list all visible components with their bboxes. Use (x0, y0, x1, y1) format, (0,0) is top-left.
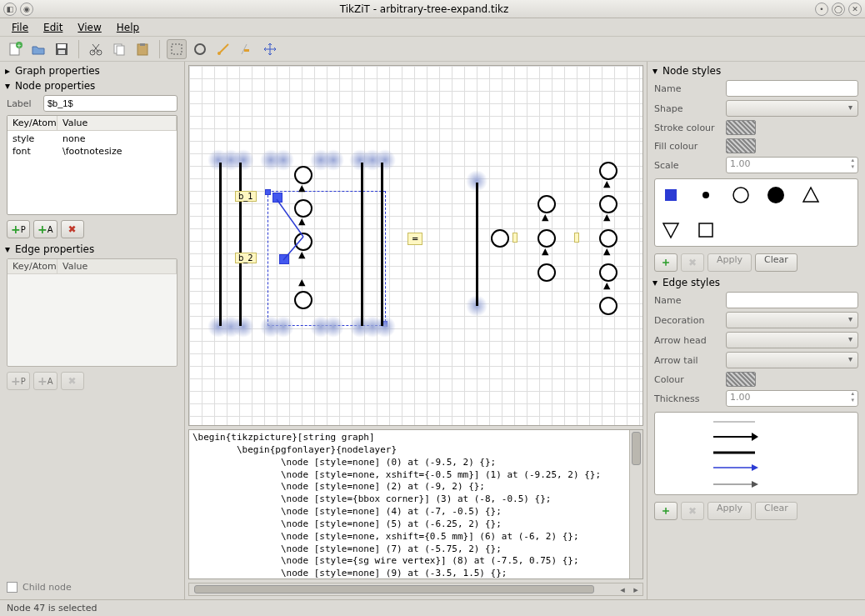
edge-wire[interactable] (361, 163, 363, 326)
new-doc-button[interactable]: + (5, 39, 25, 59)
edge-style-palette[interactable] (654, 412, 858, 495)
ns-clear-button[interactable]: Clear (755, 253, 798, 272)
es-arrowhead-combo[interactable] (726, 332, 858, 348)
ns-stroke-swatch[interactable] (726, 120, 756, 135)
node-vertex[interactable] (294, 291, 312, 309)
canvas-hscrollbar[interactable]: ◂ ▸ (188, 583, 643, 596)
node-vertex[interactable] (491, 229, 509, 248)
node-fuzzy[interactable] (322, 149, 344, 171)
copy-button[interactable] (109, 39, 129, 59)
shape-circle-icon[interactable] (732, 186, 750, 204)
paste-button[interactable] (132, 39, 152, 59)
edge-props-table[interactable]: Key/Atom Value (7, 258, 178, 367)
menu-edit[interactable]: Edit (37, 20, 69, 35)
node-fuzzy[interactable] (322, 316, 344, 338)
shape-filled-dot-icon[interactable] (697, 186, 715, 204)
graph-properties-header[interactable]: ▸ Graph properties (2, 63, 182, 78)
node-tool-button[interactable] (190, 39, 210, 59)
cut-button[interactable] (86, 39, 106, 59)
close-icon[interactable]: ✕ (848, 3, 862, 16)
small-label[interactable] (574, 233, 579, 243)
edge-wire[interactable] (381, 163, 383, 326)
node-fuzzy[interactable] (374, 316, 396, 338)
node-vertex[interactable] (538, 195, 556, 213)
edge-style-plain-icon[interactable] (713, 418, 799, 425)
node-style-palette[interactable] (654, 178, 858, 247)
ns-shape-combo[interactable] (726, 100, 858, 117)
edge-style-arrow-icon[interactable] (713, 432, 799, 442)
open-button[interactable] (28, 39, 48, 59)
ns-add-button[interactable]: ＋ (654, 253, 678, 272)
minimize-icon[interactable]: • (815, 3, 828, 16)
edge-wire[interactable] (219, 163, 222, 326)
edge-style-thin-arrow-icon[interactable] (713, 479, 799, 489)
node-vertex[interactable] (599, 297, 618, 315)
es-name-input[interactable] (726, 292, 858, 308)
node-properties-header[interactable]: ▾ Node properties (2, 78, 182, 93)
appmenu-icon[interactable]: ◧ (3, 3, 17, 16)
scroll-left-icon[interactable]: ◂ (616, 584, 629, 595)
sticky-icon[interactable]: ◉ (20, 3, 33, 16)
bbox-tool-button[interactable] (237, 39, 257, 59)
node-vertex[interactable] (599, 195, 618, 213)
edge-kv-val-header: Value (58, 259, 177, 273)
ns-scale-spin[interactable]: 1.00 (726, 157, 858, 173)
code-view[interactable]: \begin{tikzpicture}[string graph] \begin… (188, 429, 643, 579)
child-node-checkbox[interactable] (7, 582, 18, 593)
node-remove-button[interactable]: ✖ (61, 220, 84, 238)
shape-filled-square-icon[interactable] (662, 186, 680, 204)
chevron-down-icon: ▾ (5, 243, 15, 255)
edge-properties-header[interactable]: ▾ Edge properties (2, 242, 182, 257)
node-vertex[interactable] (538, 263, 556, 282)
edge-wire[interactable] (239, 163, 242, 326)
es-arrowhead-label: Arrow head (654, 335, 722, 346)
es-decoration-combo[interactable] (726, 312, 858, 328)
node-fuzzy[interactable] (374, 149, 396, 171)
shape-triangle-up-icon[interactable] (802, 186, 820, 204)
ns-fill-swatch[interactable] (726, 138, 756, 153)
ns-name-input[interactable] (726, 80, 858, 97)
edge-kv-key-header: Key/Atom (8, 259, 58, 273)
canvas[interactable]: ▲ ▲ ▲ ▲ b_1 b_2 = (188, 65, 643, 426)
edge-style-blue-arrow-icon[interactable] (713, 463, 799, 473)
shape-triangle-down-icon[interactable] (662, 221, 680, 239)
node-label-input[interactable] (43, 95, 178, 112)
edge-style-thick-icon[interactable] (713, 448, 799, 456)
node-add-prop-button[interactable]: +P (7, 220, 30, 238)
shape-filled-circle-icon[interactable] (767, 186, 785, 204)
small-label[interactable] (512, 233, 518, 243)
edge-styles-header[interactable]: ▾ Edge styles (649, 275, 863, 290)
tikz-source[interactable]: \begin{tikzpicture}[string graph] \begin… (189, 430, 629, 578)
edge-tool-button[interactable] (213, 39, 233, 59)
maximize-icon[interactable]: ◯ (832, 3, 845, 16)
menu-file[interactable]: File (5, 20, 35, 35)
es-arrowtail-combo[interactable] (726, 352, 858, 368)
node-vertex[interactable] (599, 263, 618, 282)
move-tool-button[interactable] (260, 39, 280, 59)
node-label[interactable]: b_2 (235, 253, 257, 263)
node-vertex[interactable] (599, 162, 618, 180)
node-styles-header[interactable]: ▾ Node styles (649, 63, 863, 78)
node-vertex[interactable] (538, 229, 556, 248)
save-button[interactable] (52, 39, 72, 59)
node-vertex[interactable] (599, 229, 618, 248)
menu-view[interactable]: View (71, 20, 108, 35)
equals-label[interactable]: = (408, 233, 422, 245)
shape-square-icon[interactable] (697, 221, 715, 239)
es-thickness-spin[interactable]: 1.00 (726, 390, 858, 407)
node-fuzzy[interactable] (232, 316, 254, 338)
node-add-atom-button[interactable]: +A (33, 220, 58, 238)
code-vscrollbar[interactable] (629, 430, 642, 578)
edge-wire[interactable] (476, 183, 478, 306)
es-colour-swatch[interactable] (726, 372, 756, 387)
node-label[interactable]: b_1 (235, 191, 257, 202)
select-tool-button[interactable] (167, 39, 187, 59)
node-vertex[interactable] (294, 166, 312, 184)
node-fuzzy[interactable] (232, 149, 254, 171)
node-props-table[interactable]: Key/Atom Value stylenone font\footnotesi… (7, 115, 178, 215)
node-fuzzy[interactable] (272, 149, 294, 171)
node-fuzzy[interactable] (272, 316, 294, 338)
es-add-button[interactable]: ＋ (654, 502, 678, 520)
menu-help[interactable]: Help (110, 20, 146, 35)
scroll-right-icon[interactable]: ▸ (629, 584, 642, 595)
